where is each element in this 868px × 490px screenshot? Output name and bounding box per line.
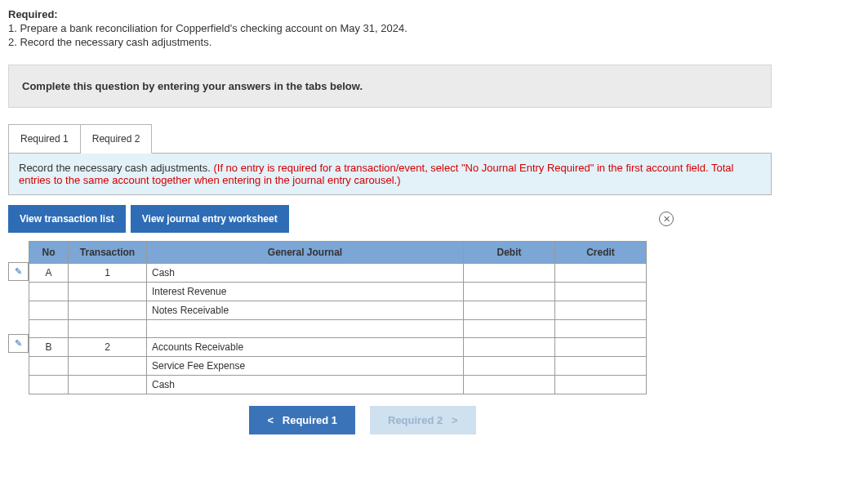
cell-no[interactable] — [29, 376, 69, 394]
cell-no[interactable] — [29, 283, 69, 301]
cell-tx[interactable]: 2 — [69, 338, 147, 357]
tab-required-1[interactable]: Required 1 — [8, 124, 81, 154]
header-no: No — [29, 242, 69, 264]
tabs-row: Required 1 Required 2 — [8, 124, 772, 154]
cell-debit[interactable] — [464, 283, 555, 301]
close-icon[interactable]: ✕ — [659, 212, 674, 226]
cell-credit[interactable] — [555, 338, 647, 357]
edit-row-b-button[interactable]: ✎ — [9, 334, 29, 352]
cell-credit[interactable] — [555, 320, 647, 338]
required-heading: Required: — [8, 8, 860, 20]
tab-required-2[interactable]: Required 2 — [81, 124, 153, 154]
table-row: Notes Receivable — [29, 301, 647, 320]
required-item-1: 1. Prepare a bank reconciliation for Cop… — [8, 22, 860, 34]
table-row: B 2 Accounts Receivable — [29, 338, 647, 357]
header-credit: Credit — [555, 242, 647, 264]
cell-debit[interactable] — [464, 301, 555, 320]
prev-label: Required 1 — [283, 414, 337, 426]
edit-row-a-button[interactable]: ✎ — [9, 262, 29, 280]
cell-account[interactable] — [147, 320, 464, 338]
cell-no[interactable]: A — [29, 264, 69, 283]
cell-credit[interactable] — [555, 264, 647, 283]
cell-debit[interactable] — [464, 320, 555, 338]
cell-tx[interactable] — [69, 357, 147, 376]
cell-account[interactable]: Accounts Receivable — [147, 338, 464, 357]
required-list: 1. Prepare a bank reconciliation for Cop… — [8, 22, 860, 48]
cell-tx[interactable] — [69, 376, 147, 394]
cell-debit[interactable] — [464, 338, 555, 357]
next-label: Required 2 — [388, 414, 443, 426]
cell-no[interactable] — [29, 357, 69, 376]
prompt-text: Record the necessary cash adjustments. — [19, 162, 213, 174]
journal-table-wrap: ✎ ✎ No Transaction General Journal Debit… — [8, 241, 860, 394]
cell-account[interactable]: Interest Revenue — [147, 283, 464, 301]
instruction-box: Complete this question by entering your … — [8, 65, 772, 108]
edit-handle-column: ✎ ✎ — [8, 241, 29, 388]
cell-tx[interactable]: 1 — [69, 264, 147, 283]
cell-tx[interactable] — [69, 283, 147, 301]
cell-account[interactable]: Notes Receivable — [147, 301, 464, 320]
cell-no[interactable] — [29, 320, 69, 338]
cell-debit[interactable] — [464, 357, 555, 376]
header-general-journal: General Journal — [147, 242, 464, 264]
chevron-right-icon: > — [452, 414, 458, 426]
cell-credit[interactable] — [555, 376, 647, 394]
required-item-2: 2. Record the necessary cash adjustments… — [8, 36, 860, 48]
journal-body: A 1 Cash Interest Revenue Notes Receivab… — [29, 264, 647, 394]
cell-account[interactable]: Cash — [147, 264, 464, 283]
cell-debit[interactable] — [464, 376, 555, 394]
prev-required-button[interactable]: < Required 1 — [249, 406, 355, 434]
cell-account[interactable]: Service Fee Expense — [147, 357, 464, 376]
cell-credit[interactable] — [555, 283, 647, 301]
table-row: Cash — [29, 376, 647, 394]
cell-credit[interactable] — [555, 357, 647, 376]
header-transaction: Transaction — [69, 242, 147, 264]
view-transaction-list-button[interactable]: View transaction list — [8, 205, 126, 233]
cell-debit[interactable] — [464, 264, 555, 283]
table-row: Service Fee Expense — [29, 357, 647, 376]
cell-no[interactable]: B — [29, 338, 69, 357]
chevron-left-icon: < — [267, 414, 274, 426]
cell-account[interactable]: Cash — [147, 376, 464, 394]
view-journal-worksheet-button[interactable]: View journal entry worksheet — [131, 205, 289, 233]
cell-tx[interactable] — [69, 301, 147, 320]
prompt-box: Record the necessary cash adjustments. (… — [8, 153, 772, 195]
next-required-button[interactable]: Required 2 > — [370, 406, 476, 434]
cell-no[interactable] — [29, 301, 69, 320]
table-row: A 1 Cash — [29, 264, 647, 283]
table-row — [29, 320, 647, 338]
table-row: Interest Revenue — [29, 283, 647, 301]
journal-table: No Transaction General Journal Debit Cre… — [29, 241, 647, 394]
cell-credit[interactable] — [555, 301, 647, 320]
cell-tx[interactable] — [69, 320, 147, 338]
header-debit: Debit — [464, 242, 555, 264]
